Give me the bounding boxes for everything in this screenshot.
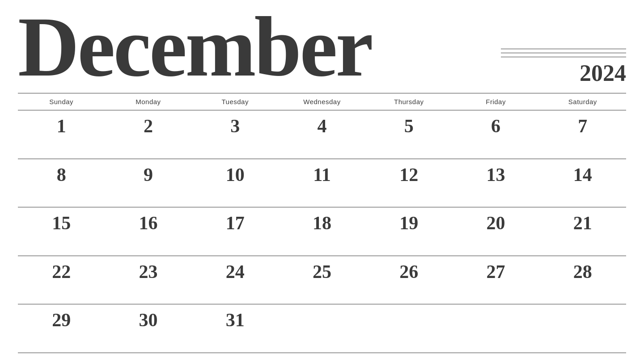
calendar-container: December 2024 SundayMondayTuesdayWednesd… [0, 0, 644, 362]
day-cell-13[interactable]: 13 [452, 159, 539, 207]
day-cell-14[interactable]: 14 [539, 159, 626, 207]
day-number-25: 25 [313, 262, 331, 281]
header-area: December 2024 [18, 0, 626, 89]
day-cell-30[interactable]: 30 [105, 304, 191, 353]
day-cell-24[interactable]: 24 [192, 256, 279, 304]
day-cell-empty-4-4[interactable] [365, 304, 452, 353]
day-number-22: 22 [52, 262, 71, 281]
day-number-17: 17 [226, 214, 245, 232]
week-row-3: 15161718192021 [18, 207, 626, 256]
day-cell-5[interactable]: 5 [365, 110, 452, 159]
year-line-1 [501, 49, 626, 49]
day-number-12: 12 [399, 165, 418, 184]
month-title: December [18, 4, 372, 89]
day-cell-2[interactable]: 2 [105, 110, 191, 159]
calendar-grid: SundayMondayTuesdayWednesdayThursdayFrid… [18, 93, 626, 353]
day-number-5: 5 [404, 117, 414, 135]
day-cell-7[interactable]: 7 [539, 110, 626, 159]
day-cell-9[interactable]: 9 [105, 159, 191, 207]
week-row-1: 1234567 [18, 110, 626, 159]
week-row-5: 293031 [18, 304, 626, 353]
week-row-2: 891011121314 [18, 159, 626, 208]
day-cell-27[interactable]: 27 [452, 256, 539, 304]
day-number-31: 31 [226, 311, 245, 329]
day-number-23: 23 [139, 262, 157, 281]
day-cell-25[interactable]: 25 [279, 256, 365, 304]
day-number-30: 30 [139, 311, 157, 329]
day-cell-6[interactable]: 6 [452, 110, 539, 159]
day-cell-3[interactable]: 3 [192, 110, 279, 159]
calendar-weeks: 1234567891011121314151617181920212223242… [18, 110, 626, 353]
day-cell-28[interactable]: 28 [539, 256, 626, 304]
day-cell-22[interactable]: 22 [18, 256, 105, 304]
day-header-sunday: Sunday [18, 93, 105, 110]
day-number-6: 6 [491, 117, 500, 135]
day-number-21: 21 [573, 214, 592, 232]
day-cell-23[interactable]: 23 [105, 256, 191, 304]
day-cell-21[interactable]: 21 [539, 207, 626, 256]
day-headers: SundayMondayTuesdayWednesdayThursdayFrid… [18, 93, 626, 110]
day-number-20: 20 [487, 214, 505, 232]
year-line-2 [501, 53, 626, 53]
day-number-3: 3 [230, 117, 240, 135]
day-header-wednesday: Wednesday [279, 93, 365, 110]
day-number-19: 19 [399, 214, 418, 232]
day-number-29: 29 [52, 311, 71, 329]
day-number-27: 27 [487, 262, 505, 281]
day-number-11: 11 [313, 165, 331, 184]
day-number-2: 2 [144, 117, 153, 135]
year-lines [501, 49, 626, 57]
day-header-thursday: Thursday [365, 93, 452, 110]
day-number-24: 24 [226, 262, 245, 281]
day-cell-8[interactable]: 8 [18, 159, 105, 207]
day-number-8: 8 [57, 165, 66, 184]
day-cell-31[interactable]: 31 [192, 304, 279, 353]
day-number-16: 16 [139, 214, 157, 232]
day-number-26: 26 [399, 262, 418, 281]
day-header-monday: Monday [105, 93, 191, 110]
day-cell-4[interactable]: 4 [279, 110, 365, 159]
day-cell-16[interactable]: 16 [105, 207, 191, 256]
day-cell-1[interactable]: 1 [18, 110, 105, 159]
day-cell-29[interactable]: 29 [18, 304, 105, 353]
day-number-4: 4 [317, 117, 326, 135]
day-cell-empty-4-5[interactable] [452, 304, 539, 353]
day-cell-19[interactable]: 19 [365, 207, 452, 256]
week-row-4: 22232425262728 [18, 256, 626, 305]
day-cell-12[interactable]: 12 [365, 159, 452, 207]
day-number-28: 28 [573, 262, 592, 281]
day-number-10: 10 [226, 165, 245, 184]
day-cell-empty-4-6[interactable] [539, 304, 626, 353]
day-cell-26[interactable]: 26 [365, 256, 452, 304]
day-cell-17[interactable]: 17 [192, 207, 279, 256]
day-number-14: 14 [573, 165, 592, 184]
day-cell-10[interactable]: 10 [192, 159, 279, 207]
day-number-1: 1 [57, 117, 66, 135]
year-block: 2024 [501, 49, 626, 85]
day-header-saturday: Saturday [539, 93, 626, 110]
day-number-15: 15 [52, 214, 71, 232]
day-number-7: 7 [578, 117, 587, 135]
day-header-tuesday: Tuesday [192, 93, 279, 110]
day-number-13: 13 [487, 165, 505, 184]
year-line-3 [501, 57, 626, 57]
day-cell-empty-4-3[interactable] [279, 304, 365, 353]
day-cell-15[interactable]: 15 [18, 207, 105, 256]
day-number-18: 18 [313, 214, 331, 232]
day-cell-20[interactable]: 20 [452, 207, 539, 256]
day-cell-18[interactable]: 18 [279, 207, 365, 256]
day-number-9: 9 [144, 165, 153, 184]
day-cell-11[interactable]: 11 [279, 159, 365, 207]
day-header-friday: Friday [452, 93, 539, 110]
year-number: 2024 [580, 62, 626, 85]
